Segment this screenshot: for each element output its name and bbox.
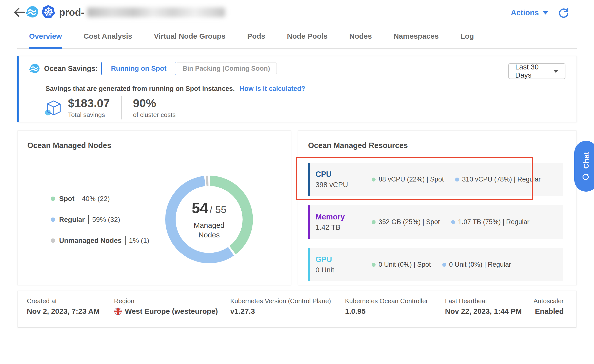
resource-total: 0 Unit — [315, 266, 365, 274]
running-on-spot-toggle[interactable]: Running on Spot — [101, 62, 177, 75]
resource-name: CPU — [315, 170, 365, 179]
spot-dot-icon — [372, 263, 376, 267]
chevron-down-icon — [553, 70, 559, 73]
card-divider — [308, 158, 567, 158]
memory-accent-bar — [308, 205, 310, 239]
legend-label: Spot — [59, 195, 74, 203]
cost-percent-caption: of cluster costs — [133, 111, 176, 119]
cube-3d-icon — [45, 99, 62, 116]
legend-label: Regular — [59, 216, 85, 224]
gpu-regular-stat: 0 Unit (0%) | Regular — [442, 261, 511, 268]
managed-resources-card: Ocean Managed Resources CPU 398 vCPU 88 … — [298, 131, 577, 285]
resource-row-cpu: CPU 398 vCPU 88 vCPU (22%) | Spot 310 vC… — [308, 163, 563, 196]
tab-overview[interactable]: Overview — [29, 25, 62, 49]
resource-total: 1.42 TB — [315, 223, 365, 232]
resource-name: GPU — [315, 255, 365, 264]
spot-dot-icon — [372, 220, 376, 224]
cluster-info-footer: Created at Nov 2, 2023, 7:23 AM Region W… — [17, 291, 577, 328]
memory-regular-stat: 1.07 TB (75%) | Regular — [451, 218, 529, 226]
gpu-accent-bar — [308, 248, 310, 281]
gpu-spot-stat: 0 Unit (0%) | Spot — [372, 261, 431, 268]
savings-description: Savings that are generated from running … — [46, 85, 235, 92]
donut-caption: Managed Nodes — [184, 220, 234, 240]
savings-mode-toggle: Running on Spot Bin Packing (Coming Soon… — [101, 62, 277, 75]
regular-dot-icon — [442, 263, 446, 267]
cost-percent-metric: 90% of cluster costs — [133, 97, 176, 119]
bin-packing-toggle[interactable]: Bin Packing (Coming Soon) — [176, 63, 277, 74]
actions-button[interactable]: Actions — [511, 8, 548, 17]
chat-button[interactable]: Chat — [574, 141, 594, 192]
chevron-down-icon — [543, 11, 548, 15]
legend-value: 1% (1) — [125, 236, 149, 245]
total-savings-metric: $183.07 Total savings — [68, 97, 110, 119]
managed-count: 54 — [192, 199, 208, 216]
regular-dot-icon — [51, 217, 55, 222]
legend-item-unmanaged: Unmanaged Nodes 1% (1) — [51, 236, 149, 246]
resource-name: Memory — [315, 213, 365, 221]
regular-dot-icon — [451, 220, 455, 224]
actions-label: Actions — [511, 8, 539, 17]
period-select[interactable]: Last 30 Days — [508, 63, 565, 79]
resource-rows: CPU 398 vCPU 88 vCPU (22%) | Spot 310 vC… — [308, 163, 563, 291]
chat-bubble-icon — [582, 173, 590, 181]
spot-dot-icon — [51, 197, 55, 201]
tab-virtual-node-groups[interactable]: Virtual Node Groups — [154, 25, 226, 49]
resource-row-gpu: GPU 0 Unit 0 Unit (0%) | Spot 0 Unit (0%… — [308, 248, 563, 281]
managed-nodes-title: Ocean Managed Nodes — [27, 141, 111, 150]
legend-value: 59% (32) — [88, 215, 120, 224]
cost-percent-value: 90% — [133, 97, 176, 109]
legend-item-spot: Spot 40% (22) — [51, 194, 149, 204]
period-select-value: Last 30 Days — [515, 63, 553, 79]
back-arrow-icon[interactable] — [14, 7, 25, 17]
tab-node-pools[interactable]: Node Pools — [287, 25, 328, 49]
spot-dot-icon — [372, 178, 376, 182]
chat-label: Chat — [582, 152, 590, 169]
cpu-spot-stat: 88 vCPU (22%) | Spot — [372, 176, 444, 183]
tab-nodes[interactable]: Nodes — [349, 25, 372, 49]
legend-label: Unmanaged Nodes — [59, 237, 122, 245]
uk-flag-icon — [114, 307, 122, 315]
nodes-legend: Spot 40% (22) Regular 59% (32) Unmanaged… — [51, 194, 149, 257]
legend-item-regular: Regular 59% (32) — [51, 215, 149, 225]
card-divider — [27, 158, 281, 158]
legend-value: 40% (22) — [78, 194, 110, 203]
cluster-name-prefix: prod- — [59, 7, 84, 18]
how-calculated-link[interactable]: How is it calculated? — [240, 85, 305, 92]
managed-nodes-card: Ocean Managed Nodes Spot 40% (22) Regula… — [17, 131, 291, 285]
ocean-wave-icon — [25, 5, 39, 19]
tab-bar: Overview Cost Analysis Virtual Node Grou… — [17, 25, 577, 49]
cluster-name-redacted — [87, 7, 225, 17]
tab-namespaces[interactable]: Namespaces — [394, 25, 439, 49]
region-value: West Europe (westeurope) — [125, 307, 218, 315]
total-savings-caption: Total savings — [68, 111, 110, 119]
regular-dot-icon — [455, 178, 459, 182]
managed-resources-title: Ocean Managed Resources — [308, 141, 408, 150]
total-savings-value: $183.07 — [68, 97, 110, 109]
savings-metrics-row: $183.07 Total savings 90% of cluster cos… — [45, 96, 176, 119]
ocean-wave-icon — [29, 63, 40, 74]
page-title: prod- — [59, 5, 225, 19]
memory-spot-stat: 352 GB (25%) | Spot — [372, 218, 440, 226]
tab-cost-analysis[interactable]: Cost Analysis — [83, 25, 132, 49]
donut-center-label: 54 / 55 Managed Nodes — [160, 170, 258, 269]
kubernetes-icon — [41, 4, 56, 19]
cpu-accent-bar — [308, 163, 310, 196]
ocean-savings-banner: Ocean Savings: Running on Spot Bin Packi… — [17, 56, 577, 122]
unmanaged-dot-icon — [51, 238, 55, 243]
cpu-regular-stat: 310 vCPU (78%) | Regular — [455, 176, 541, 183]
refresh-icon[interactable] — [558, 7, 569, 19]
header: prod- Actions — [0, 0, 594, 25]
savings-label: Ocean Savings: — [44, 65, 98, 73]
tab-log[interactable]: Log — [460, 25, 474, 49]
savings-description-row: Savings that are generated from running … — [46, 85, 305, 93]
resource-row-memory: Memory 1.42 TB 352 GB (25%) | Spot 1.07 … — [308, 205, 563, 239]
savings-header-row: Ocean Savings: Running on Spot Bin Packi… — [29, 62, 277, 75]
total-count: / 55 — [210, 204, 226, 215]
tab-pods[interactable]: Pods — [247, 25, 265, 49]
resource-total: 398 vCPU — [315, 181, 365, 189]
metric-divider — [121, 96, 122, 119]
